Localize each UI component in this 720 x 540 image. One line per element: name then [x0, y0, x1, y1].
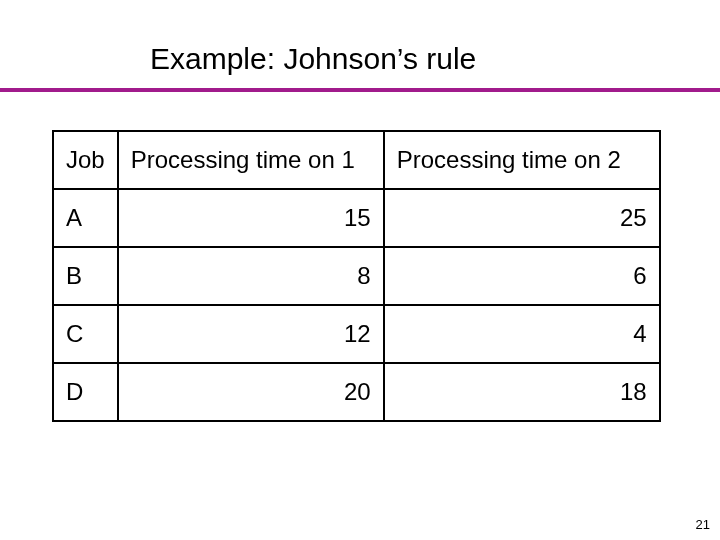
- cell-p2: 18: [384, 363, 660, 421]
- cell-job: A: [53, 189, 118, 247]
- cell-p1: 8: [118, 247, 384, 305]
- title-underline: [0, 88, 720, 92]
- cell-job: B: [53, 247, 118, 305]
- cell-p2: 6: [384, 247, 660, 305]
- cell-job: C: [53, 305, 118, 363]
- table-row: D 20 18: [53, 363, 660, 421]
- processing-times-table: Job Processing time on 1 Processing time…: [52, 130, 661, 422]
- cell-p2: 4: [384, 305, 660, 363]
- page-number: 21: [696, 517, 710, 532]
- table-header-row: Job Processing time on 1 Processing time…: [53, 131, 660, 189]
- header-job: Job: [53, 131, 118, 189]
- cell-p1: 15: [118, 189, 384, 247]
- header-processing-time-2: Processing time on 2: [384, 131, 660, 189]
- slide-title: Example: Johnson’s rule: [150, 42, 476, 76]
- header-processing-time-1: Processing time on 1: [118, 131, 384, 189]
- table-row: B 8 6: [53, 247, 660, 305]
- table-row: A 15 25: [53, 189, 660, 247]
- slide: Example: Johnson’s rule Job Processing t…: [0, 0, 720, 540]
- cell-p1: 12: [118, 305, 384, 363]
- cell-p2: 25: [384, 189, 660, 247]
- table-row: C 12 4: [53, 305, 660, 363]
- cell-p1: 20: [118, 363, 384, 421]
- cell-job: D: [53, 363, 118, 421]
